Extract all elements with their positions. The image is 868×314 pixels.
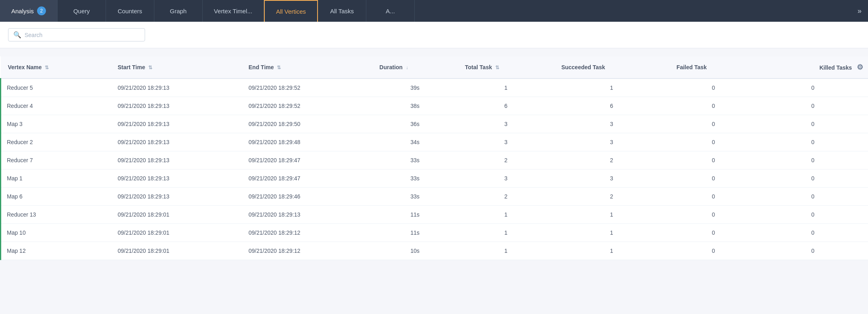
cell-total-task: 3 (458, 169, 554, 188)
cell-end-time: 09/21/2020 18:29:46 (241, 188, 372, 206)
cell-total-task: 1 (458, 224, 554, 242)
cell-killed-tasks: 0 (758, 151, 868, 169)
tab-analysis[interactable]: Analysis 2 (0, 0, 58, 22)
cell-start-time: 09/21/2020 18:29:13 (110, 169, 241, 188)
cell-start-time: 09/21/2020 18:29:13 (110, 151, 241, 169)
sort-total-task-icon: ⇅ (495, 65, 499, 70)
col-header-failed-task-label: Failed Task (677, 64, 707, 70)
cell-failed-task: 0 (669, 115, 758, 133)
tab-counters-label: Counters (118, 8, 142, 14)
cell-succeeded-task: 1 (554, 206, 669, 224)
search-wrapper: 🔍 (8, 28, 145, 41)
cell-failed-task: 0 (669, 78, 758, 97)
cell-total-task: 3 (458, 115, 554, 133)
table-row: Reducer 709/21/2020 18:29:1309/21/2020 1… (1, 151, 868, 169)
cell-failed-task: 0 (669, 188, 758, 206)
table-container: Vertex Name ⇅ Start Time ⇅ End Time ⇅ Du… (0, 56, 868, 260)
cell-killed-tasks: 0 (758, 206, 868, 224)
col-header-end-time[interactable]: End Time ⇅ (241, 56, 372, 78)
cell-vertex-name: Reducer 4 (1, 97, 110, 115)
cell-start-time: 09/21/2020 18:29:01 (110, 206, 241, 224)
col-header-failed-task: Failed Task (669, 56, 758, 78)
cell-succeeded-task: 6 (554, 97, 669, 115)
cell-total-task: 6 (458, 97, 554, 115)
cell-end-time: 09/21/2020 18:29:47 (241, 169, 372, 188)
col-header-killed-tasks: Killed Tasks ⚙ (758, 56, 868, 78)
cell-end-time: 09/21/2020 18:29:13 (241, 206, 372, 224)
col-header-duration-label: Duration (380, 64, 403, 70)
tab-counters[interactable]: Counters (106, 0, 154, 22)
sort-duration-icon: ↓ (406, 65, 408, 70)
cell-failed-task: 0 (669, 242, 758, 260)
cell-total-task: 1 (458, 206, 554, 224)
table-row: Map 1009/21/2020 18:29:0109/21/2020 18:2… (1, 224, 868, 242)
table-row: Reducer 209/21/2020 18:29:1309/21/2020 1… (1, 133, 868, 151)
cell-end-time: 09/21/2020 18:29:12 (241, 224, 372, 242)
cell-succeeded-task: 1 (554, 78, 669, 97)
sort-end-time-icon: ⇅ (277, 65, 281, 70)
col-header-end-time-label: End Time (249, 64, 274, 70)
tab-all-vertices-label: All Vertices (276, 8, 306, 15)
col-header-killed-tasks-label: Killed Tasks (819, 64, 852, 71)
cell-total-task: 2 (458, 151, 554, 169)
cell-vertex-name: Reducer 13 (1, 206, 110, 224)
cell-duration: 39s (372, 78, 458, 97)
cell-duration: 38s (372, 97, 458, 115)
tab-all-tasks[interactable]: All Tasks (318, 0, 366, 22)
cell-duration: 11s (372, 206, 458, 224)
table-row: Map 609/21/2020 18:29:1309/21/2020 18:29… (1, 188, 868, 206)
cell-total-task: 2 (458, 188, 554, 206)
spacer (0, 48, 868, 56)
tab-query[interactable]: Query (58, 0, 106, 22)
cell-start-time: 09/21/2020 18:29:13 (110, 78, 241, 97)
search-input[interactable] (25, 32, 140, 38)
cell-duration: 33s (372, 188, 458, 206)
settings-gear-icon[interactable]: ⚙ (857, 63, 863, 71)
table-row: Reducer 1309/21/2020 18:29:0109/21/2020 … (1, 206, 868, 224)
tab-more-a[interactable]: A... (366, 0, 415, 22)
cell-succeeded-task: 2 (554, 188, 669, 206)
cell-total-task: 1 (458, 242, 554, 260)
cell-vertex-name: Map 1 (1, 169, 110, 188)
tab-all-vertices[interactable]: All Vertices (264, 0, 318, 22)
cell-killed-tasks: 0 (758, 242, 868, 260)
col-header-start-time[interactable]: Start Time ⇅ (110, 56, 241, 78)
cell-duration: 33s (372, 169, 458, 188)
cell-end-time: 09/21/2020 18:29:48 (241, 133, 372, 151)
search-bar: 🔍 (0, 22, 868, 48)
cell-duration: 10s (372, 242, 458, 260)
col-header-total-task[interactable]: Total Task ⇅ (458, 56, 554, 78)
cell-duration: 36s (372, 115, 458, 133)
tab-all-tasks-label: All Tasks (330, 8, 354, 14)
cell-end-time: 09/21/2020 18:29:12 (241, 242, 372, 260)
tab-bar: Analysis 2 Query Counters Graph Vertex T… (0, 0, 868, 22)
cell-end-time: 09/21/2020 18:29:47 (241, 151, 372, 169)
cell-end-time: 09/21/2020 18:29:52 (241, 78, 372, 97)
cell-total-task: 1 (458, 78, 554, 97)
tab-overflow-button[interactable]: » (851, 0, 868, 22)
col-header-succeeded-task: Succeeded Task (554, 56, 669, 78)
col-header-vertex-name-label: Vertex Name (8, 64, 42, 70)
tab-vertex-timeline-label: Vertex Timel... (214, 8, 252, 14)
cell-killed-tasks: 0 (758, 78, 868, 97)
cell-killed-tasks: 0 (758, 188, 868, 206)
cell-succeeded-task: 2 (554, 151, 669, 169)
cell-start-time: 09/21/2020 18:29:01 (110, 242, 241, 260)
cell-failed-task: 0 (669, 206, 758, 224)
cell-failed-task: 0 (669, 97, 758, 115)
table-row: Reducer 509/21/2020 18:29:1309/21/2020 1… (1, 78, 868, 97)
cell-vertex-name: Reducer 2 (1, 133, 110, 151)
cell-vertex-name: Reducer 7 (1, 151, 110, 169)
cell-start-time: 09/21/2020 18:29:13 (110, 188, 241, 206)
table-row: Reducer 409/21/2020 18:29:1309/21/2020 1… (1, 97, 868, 115)
tab-graph[interactable]: Graph (154, 0, 203, 22)
col-header-vertex-name[interactable]: Vertex Name ⇅ (1, 56, 110, 78)
sort-start-time-icon: ⇅ (148, 65, 152, 70)
cell-end-time: 09/21/2020 18:29:50 (241, 115, 372, 133)
col-header-total-task-label: Total Task (465, 64, 492, 70)
col-header-duration[interactable]: Duration ↓ (372, 56, 458, 78)
cell-vertex-name: Map 12 (1, 242, 110, 260)
cell-start-time: 09/21/2020 18:29:01 (110, 224, 241, 242)
cell-failed-task: 0 (669, 151, 758, 169)
tab-vertex-timeline[interactable]: Vertex Timel... (203, 0, 264, 22)
